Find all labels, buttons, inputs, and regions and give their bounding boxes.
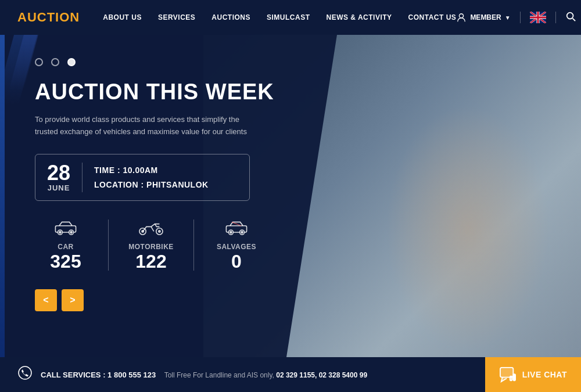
nav-contact[interactable]: CONTACT US	[408, 13, 457, 21]
motorbike-label: MOTORBIKE	[120, 243, 182, 251]
svg-point-0	[460, 14, 464, 18]
car-label: CAR	[35, 243, 96, 251]
call-subtext: Toll Free For Landline and AIS only, 02 …	[164, 371, 367, 379]
uk-flag-svg	[530, 12, 546, 23]
carousel-nav-arrows: < >	[35, 289, 546, 311]
footer-bar: CALL SERVICES : 1 800 555 123 Toll Free …	[0, 357, 581, 392]
salvage-icon	[206, 220, 267, 239]
svg-rect-21	[510, 376, 512, 380]
member-label: MEMBER	[470, 13, 501, 21]
nav-simulcast[interactable]: SIMULCAST	[267, 13, 310, 21]
next-arrow-button[interactable]: >	[62, 289, 84, 311]
nav-auctions[interactable]: AUCTIONS	[211, 13, 250, 21]
logo[interactable]: AUCTION	[17, 10, 80, 25]
live-chat-button[interactable]: LIVE CHAT	[485, 357, 581, 392]
event-info-box: 28 JUNE TIME : 10.00AM LOCATION : PHITSA…	[35, 154, 250, 201]
event-month: JUNE	[47, 184, 70, 192]
carousel-dots	[35, 58, 546, 66]
event-details: TIME : 10.00AM LOCATION : PHITSANULOK	[94, 163, 209, 192]
svg-point-2	[566, 13, 573, 19]
chat-bubble-icon	[499, 366, 517, 383]
event-time: TIME : 10.00AM	[94, 163, 209, 178]
header-right: MEMBER ▼	[456, 11, 575, 24]
search-icon[interactable]	[565, 11, 576, 24]
call-numbers: 02 329 1155, 02 328 5400 99	[276, 371, 367, 379]
next-arrow-icon: >	[70, 295, 75, 305]
salvages-label: SALVAGES	[206, 243, 267, 251]
motorbike-icon	[120, 220, 182, 239]
hero-title: AUCTION THIS WEEK	[35, 80, 546, 105]
chevron-down-icon: ▼	[505, 15, 511, 21]
stat-motorbike: MOTORBIKE 122	[109, 220, 194, 271]
svg-line-17	[232, 222, 241, 226]
motorbike-value: 122	[120, 252, 182, 271]
nav-services[interactable]: SERVICES	[158, 13, 195, 21]
header-divider	[520, 12, 521, 23]
svg-point-6	[59, 232, 61, 233]
live-chat-label: LIVE CHAT	[522, 370, 567, 379]
svg-point-15	[230, 232, 232, 233]
car-value: 325	[35, 252, 96, 271]
phone-icon	[17, 365, 33, 384]
prev-arrow-button[interactable]: <	[35, 289, 57, 311]
page-wrapper: AUCTION ABOUT US SERVICES AUCTIONS SIMUL…	[0, 0, 581, 392]
hero-content: AUCTION THIS WEEK To provide world class…	[0, 35, 581, 335]
prev-arrow-icon: <	[43, 295, 48, 305]
event-day: 28	[47, 163, 70, 184]
carousel-dot-3[interactable]	[67, 58, 76, 66]
header-divider-2	[555, 12, 556, 23]
hero-subtitle: To provide world class products and serv…	[35, 114, 256, 138]
language-flag[interactable]	[530, 12, 546, 23]
carousel-dot-1[interactable]	[35, 58, 43, 66]
call-info: CALL SERVICES : 1 800 555 123 Toll Free …	[41, 369, 367, 380]
hero-section: AUCTION THIS WEEK To provide world class…	[0, 35, 581, 357]
call-label: CALL SERVICES : 1 800 555 123	[41, 371, 156, 379]
main-nav: ABOUT US SERVICES AUCTIONS SIMULCAST NEW…	[103, 13, 456, 21]
header: AUCTION ABOUT US SERVICES AUCTIONS SIMUL…	[0, 0, 581, 35]
svg-rect-20	[513, 374, 515, 380]
stat-salvages: SALVAGES 0	[194, 220, 279, 271]
event-date: 28 JUNE	[47, 163, 83, 192]
svg-point-18	[19, 366, 31, 379]
stats-row: CAR 325	[35, 220, 279, 271]
svg-point-7	[70, 232, 72, 233]
event-location: LOCATION : PHITSANULOK	[94, 178, 209, 192]
salvages-value: 0	[206, 252, 267, 271]
person-icon	[456, 12, 467, 23]
nav-news[interactable]: NEWS & ACTIVITY	[327, 13, 392, 21]
call-subtext-plain: Toll Free For Landline and AIS only,	[164, 371, 274, 379]
member-button[interactable]: MEMBER ▼	[456, 12, 510, 23]
svg-point-11	[159, 231, 160, 232]
carousel-dot-2[interactable]	[51, 58, 59, 66]
svg-point-16	[241, 232, 243, 233]
nav-about[interactable]: ABOUT US	[103, 13, 142, 21]
car-icon	[35, 220, 96, 239]
stat-car: CAR 325	[35, 220, 109, 271]
